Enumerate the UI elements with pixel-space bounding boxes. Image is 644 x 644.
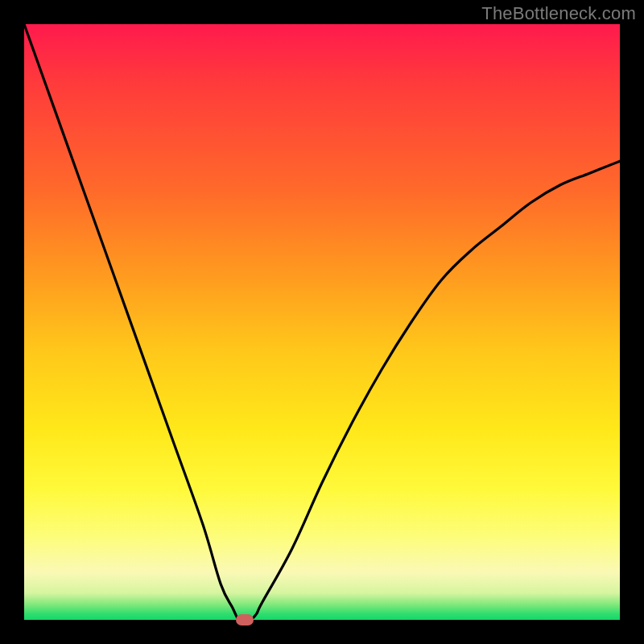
watermark-text: TheBottleneck.com [481,3,636,24]
plot-area [24,24,620,620]
chart-frame: TheBottleneck.com [0,0,644,644]
bottleneck-curve [24,24,620,620]
optimum-marker [236,614,254,625]
